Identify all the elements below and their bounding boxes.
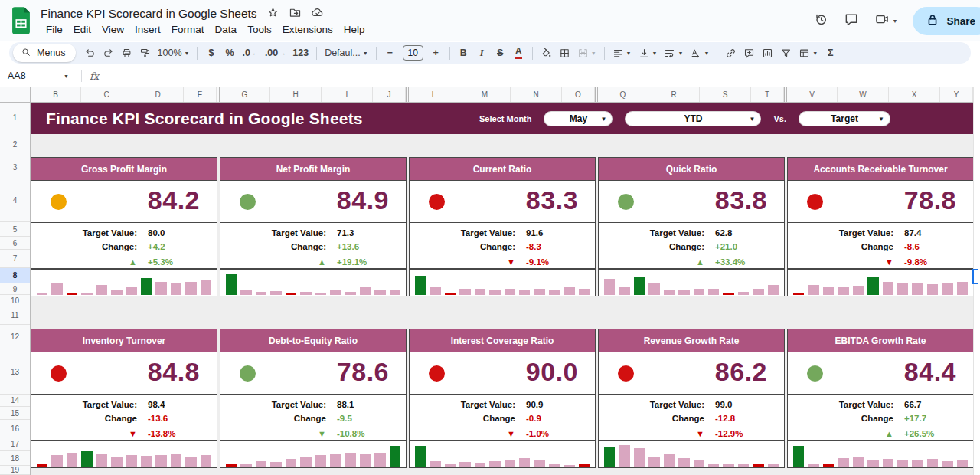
compare-dropdown[interactable]: Target ▼ xyxy=(799,111,890,126)
create-filter-button[interactable] xyxy=(777,44,795,62)
decrease-font-size-button[interactable]: − xyxy=(381,44,399,62)
column-header-J[interactable]: J xyxy=(373,87,406,102)
insert-comment-button[interactable] xyxy=(740,44,758,62)
insert-chart-button[interactable] xyxy=(759,44,776,62)
column-header-B[interactable]: B xyxy=(31,87,81,102)
row-header-18[interactable]: 18 xyxy=(0,451,30,466)
functions-button[interactable]: Σ xyxy=(822,44,839,62)
format-percent-button[interactable]: % xyxy=(220,44,238,62)
menu-insert[interactable]: Insert xyxy=(129,23,166,36)
row-header-11[interactable]: 11 xyxy=(0,306,30,325)
column-header-M[interactable]: M xyxy=(459,87,511,102)
row-header-15[interactable]: 15 xyxy=(0,407,30,420)
font-button[interactable]: Defaul...▼ xyxy=(322,44,371,62)
column-header-D[interactable]: D xyxy=(132,87,184,102)
row-header-4[interactable]: 4 xyxy=(0,179,30,222)
document-title[interactable]: Finance KPI Scorecard in Google Sheets xyxy=(41,7,257,21)
italic-button[interactable]: I xyxy=(473,44,491,62)
menu-extensions[interactable]: Extensions xyxy=(277,23,338,36)
trend-percent: +19.1% xyxy=(337,257,367,267)
spark-bar-pink xyxy=(912,460,923,467)
text-rotation-button[interactable]: ▼ xyxy=(687,44,712,62)
row-header-13[interactable]: 13 xyxy=(0,349,30,395)
horizontal-align-button[interactable]: ▼ xyxy=(609,44,635,62)
row-header-2[interactable]: 2 xyxy=(0,133,30,156)
column-header-Q[interactable]: Q xyxy=(598,87,648,102)
borders-button[interactable] xyxy=(556,44,573,62)
text-color-label: A xyxy=(515,47,522,60)
undo-button[interactable] xyxy=(81,44,99,62)
grid-corner[interactable] xyxy=(0,87,31,103)
column-header-H[interactable]: H xyxy=(270,87,322,102)
menu-help[interactable]: Help xyxy=(338,23,371,36)
target-value: 98.4 xyxy=(148,400,165,409)
table-views-button[interactable]: ▼ xyxy=(795,44,821,62)
menu-tools[interactable]: Tools xyxy=(242,23,277,36)
column-header-S[interactable]: S xyxy=(700,87,751,102)
menu-edit[interactable]: Edit xyxy=(68,23,96,36)
name-box[interactable]: AA8 ▼ xyxy=(8,70,74,81)
row-header-6[interactable]: 6 xyxy=(0,237,30,250)
paint-format-button[interactable] xyxy=(136,44,154,62)
column-header-G[interactable]: G xyxy=(220,87,270,102)
format-currency-button[interactable]: $ xyxy=(202,44,220,62)
font-size-button[interactable]: 10 xyxy=(400,44,426,62)
column-header-X[interactable]: X xyxy=(889,87,940,102)
row-header-7[interactable]: 7 xyxy=(0,250,30,268)
bold-button[interactable]: B xyxy=(455,44,472,62)
menu-format[interactable]: Format xyxy=(166,23,210,36)
trend-percent: +26.5% xyxy=(904,429,934,438)
menu-view[interactable]: View xyxy=(96,23,129,36)
print-button[interactable] xyxy=(118,44,136,62)
row-header-8[interactable]: 8 xyxy=(0,268,30,283)
insert-link-button[interactable] xyxy=(722,44,740,62)
spark-bar-green xyxy=(634,277,645,295)
kpi-details-section: Target Value:62.8Change:+21.0▲+33.4% xyxy=(599,223,784,270)
row-header-5[interactable]: 5 xyxy=(0,222,30,237)
column-header-V[interactable]: V xyxy=(787,87,838,102)
column-header-N[interactable]: N xyxy=(511,87,562,102)
menu-data[interactable]: Data xyxy=(210,23,243,36)
row-header-16[interactable]: 16 xyxy=(0,420,30,437)
row-header-10[interactable]: 10 xyxy=(0,295,30,306)
merge-cells-button[interactable]: ▼ xyxy=(574,44,599,62)
month-dropdown[interactable]: May ▼ xyxy=(544,111,612,126)
text-color-button[interactable]: A xyxy=(510,44,528,62)
column-header-O[interactable]: O xyxy=(562,87,595,102)
meet-button[interactable]: ▼ xyxy=(874,11,898,30)
column-header-R[interactable]: R xyxy=(648,87,700,102)
column-header-E[interactable]: E xyxy=(184,87,217,102)
period-dropdown[interactable]: YTD ▼ xyxy=(625,111,761,126)
star-icon[interactable] xyxy=(266,6,279,22)
column-header-I[interactable]: I xyxy=(322,87,373,102)
comments-icon[interactable] xyxy=(844,11,859,30)
column-header-W[interactable]: W xyxy=(838,87,889,102)
menus-search-button[interactable]: Menus xyxy=(13,44,76,62)
increase-font-size-button[interactable]: + xyxy=(427,44,445,62)
fill-color-button[interactable] xyxy=(537,44,555,62)
move-folder-icon[interactable] xyxy=(289,6,302,22)
row-header-19[interactable]: 19 xyxy=(0,466,30,475)
row-header-9[interactable]: 9 xyxy=(0,283,30,295)
column-header-L[interactable]: L xyxy=(409,87,459,102)
zoom-button[interactable]: 100%▼ xyxy=(155,44,193,62)
row-header-1[interactable]: 1 xyxy=(0,103,30,133)
decrease-decimal-button[interactable]: .0← xyxy=(239,44,260,62)
strikethrough-button[interactable]: S xyxy=(492,44,509,62)
sheets-logo[interactable] xyxy=(11,7,31,34)
column-header-C[interactable]: C xyxy=(81,87,132,102)
column-header-T[interactable]: T xyxy=(751,87,784,102)
version-history-icon[interactable] xyxy=(813,11,828,30)
increase-decimal-button[interactable]: .00→ xyxy=(262,44,289,62)
row-header-3[interactable]: 3 xyxy=(0,156,30,179)
vertical-align-button[interactable]: ▼ xyxy=(635,44,661,62)
share-button[interactable]: Share xyxy=(913,7,980,35)
menu-file[interactable]: File xyxy=(41,23,68,36)
redo-button[interactable] xyxy=(100,44,117,62)
more-formats-button[interactable]: 123 xyxy=(289,44,312,62)
row-header-14[interactable]: 14 xyxy=(0,395,30,407)
row-header-12[interactable]: 12 xyxy=(0,325,30,349)
row-header-17[interactable]: 17 xyxy=(0,437,30,451)
text-wrap-button[interactable]: ▼ xyxy=(661,44,686,62)
column-header-Y[interactable]: Y xyxy=(940,87,973,102)
